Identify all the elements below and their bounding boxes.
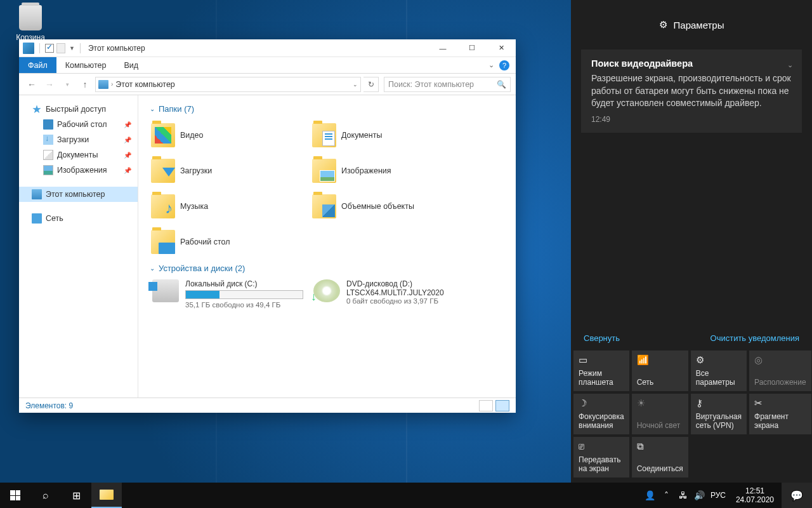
separator: [80, 43, 81, 53]
notification-time: 12:49: [591, 115, 792, 124]
task-view-button[interactable]: ⊞: [61, 483, 91, 508]
back-button[interactable]: ←: [24, 77, 39, 92]
qat-dropdown-icon[interactable]: ▼: [69, 45, 75, 51]
tile-icon: ⧉: [637, 441, 683, 453]
nav-quick-access[interactable]: Быстрый доступ: [19, 102, 138, 117]
folder-icon: [312, 194, 336, 218]
drive-free-space: 0 байт свободно из 3,97 ГБ: [346, 297, 444, 305]
clear-link[interactable]: Очистить уведомления: [710, 333, 799, 343]
folder-downloads[interactable]: Загрузки: [150, 153, 311, 189]
folder-icon: [151, 230, 175, 254]
address-location[interactable]: Этот компьютер: [115, 80, 174, 89]
notification-title: Поиск видеодрайвера: [591, 58, 792, 69]
quick-action-tile[interactable]: ⧉Соединиться: [632, 437, 688, 478]
quick-action-tile[interactable]: ⚙Все параметры: [691, 351, 747, 391]
folder-3d-objects[interactable]: Объемные объекты: [311, 189, 472, 224]
quick-action-tile[interactable]: ⎚Передавать на экран: [573, 437, 629, 478]
minimize-button[interactable]: —: [428, 39, 457, 57]
tile-label: Фокусировка внимания: [579, 413, 624, 431]
close-button[interactable]: ✕: [487, 39, 516, 57]
explorer-window: ▼ Этот компьютер — ☐ ✕ Файл Компьютер Ви…: [19, 39, 516, 413]
content-pane[interactable]: ⌄ Папки (7) Видео Документы Загрузки Изо…: [138, 95, 516, 398]
refresh-button[interactable]: ↻: [363, 77, 379, 92]
nav-this-pc[interactable]: Этот компьютер: [19, 187, 138, 202]
tab-file[interactable]: Файл: [19, 57, 56, 73]
quick-action-tile[interactable]: ⚷Виртуальная сеть (VPN): [691, 394, 747, 434]
taskbar-explorer[interactable]: [91, 483, 122, 508]
ribbon-expand-icon[interactable]: ⌄: [488, 61, 494, 69]
search-button[interactable]: ⌕: [30, 483, 61, 508]
tile-icon: ⚷: [696, 398, 742, 410]
window-title: Этот компьютер: [88, 44, 145, 53]
tab-computer[interactable]: Компьютер: [56, 57, 115, 73]
desktop-icon: [43, 119, 53, 130]
quick-action-tile[interactable]: ✂Фрагмент экрана: [749, 394, 811, 434]
new-folder-icon[interactable]: [56, 43, 65, 53]
help-icon[interactable]: ?: [499, 60, 509, 70]
nav-network[interactable]: Сеть: [19, 211, 138, 226]
nav-documents[interactable]: Документы 📌: [19, 147, 138, 163]
tray-overflow-icon[interactable]: ˄: [661, 490, 672, 500]
quick-action-tile[interactable]: ☽Фокусировка внимания: [573, 394, 629, 434]
pc-icon: [32, 189, 42, 199]
chevron-down-icon[interactable]: ⌄: [787, 61, 793, 69]
forward-button[interactable]: →: [42, 77, 57, 92]
search-icon[interactable]: 🔍: [497, 80, 506, 89]
tab-view[interactable]: Вид: [115, 57, 147, 73]
group-folders-header[interactable]: ⌄ Папки (7): [150, 100, 504, 117]
folder-icon: [151, 123, 175, 147]
nav-downloads[interactable]: Загрузки 📌: [19, 132, 138, 147]
drive-c[interactable]: Локальный диск (C:) 35,1 ГБ свободно из …: [150, 277, 311, 311]
language-indicator[interactable]: РУС: [710, 491, 726, 500]
notification-body: Разрешение экрана, производительность и …: [591, 72, 792, 110]
tile-label: Фрагмент экрана: [754, 413, 806, 431]
action-center-button[interactable]: 💬: [782, 483, 812, 508]
up-button[interactable]: ↑: [77, 77, 93, 92]
folder-documents[interactable]: Документы: [311, 117, 472, 153]
action-center-header[interactable]: ⚙ Параметры: [571, 0, 812, 50]
pin-icon: 📌: [124, 152, 131, 159]
drive-name: Локальный диск (C:): [185, 279, 303, 288]
tile-label: Ночной свет: [637, 422, 683, 431]
people-icon[interactable]: 👤: [645, 490, 656, 500]
folder-music[interactable]: ♪Музыка: [150, 189, 311, 224]
folder-icon: [100, 490, 114, 500]
tile-icon: ☀: [637, 398, 683, 410]
app-icon: [23, 43, 34, 54]
network-icon[interactable]: 🖧: [678, 490, 689, 500]
volume-icon[interactable]: 🔊: [694, 490, 705, 500]
start-button[interactable]: [0, 483, 30, 508]
address-bar[interactable]: › Этот компьютер ⌄: [95, 77, 361, 92]
chevron-right-icon: ›: [111, 81, 113, 88]
quick-action-tile[interactable]: 📶Сеть: [632, 351, 688, 391]
tile-icon: ⎚: [579, 441, 624, 453]
group-drives-header[interactable]: ⌄ Устройства и диски (2): [150, 260, 504, 277]
pin-icon: 📌: [124, 121, 131, 128]
view-tiles-button[interactable]: [495, 400, 509, 411]
collapse-link[interactable]: Свернуть: [584, 333, 620, 343]
quick-action-tile[interactable]: ◎Расположение: [749, 351, 811, 391]
titlebar[interactable]: ▼ Этот компьютер — ☐ ✕: [19, 39, 516, 57]
folder-pictures[interactable]: Изображения: [311, 153, 472, 189]
star-icon: [32, 104, 42, 114]
notification-card[interactable]: Поиск видеодрайвера Разрешение экрана, п…: [581, 50, 802, 133]
taskbar: ⌕ ⊞ 👤 ˄ 🖧 🔊 РУС 12:51 24.07.2020 💬: [0, 483, 812, 508]
properties-icon[interactable]: [45, 44, 54, 53]
recycle-bin[interactable]: Корзина: [11, 5, 49, 42]
tile-label: Режим планшета: [579, 370, 624, 387]
nav-desktop[interactable]: Рабочий стол 📌: [19, 117, 138, 132]
recent-dropdown-icon[interactable]: ▾: [60, 77, 75, 92]
folder-icon: ♪: [151, 194, 175, 218]
address-dropdown-icon[interactable]: ⌄: [353, 81, 358, 88]
folder-desktop[interactable]: Рабочий стол: [150, 224, 311, 260]
clock[interactable]: 12:51 24.07.2020: [731, 486, 779, 505]
quick-action-tile[interactable]: ▭Режим планшета: [573, 351, 629, 391]
folder-videos[interactable]: Видео: [150, 117, 311, 153]
nav-pictures[interactable]: Изображения 📌: [19, 163, 138, 178]
search-input[interactable]: Поиск: Этот компьютер 🔍: [384, 77, 511, 92]
view-details-button[interactable]: [479, 400, 493, 411]
windows-icon: [10, 490, 20, 500]
maximize-button[interactable]: ☐: [457, 39, 487, 57]
drive-d[interactable]: DVD-дисковод (D:) LTSCX64.MULTi7.JULY202…: [311, 277, 472, 311]
quick-action-tile[interactable]: ☀Ночной свет: [632, 394, 688, 434]
